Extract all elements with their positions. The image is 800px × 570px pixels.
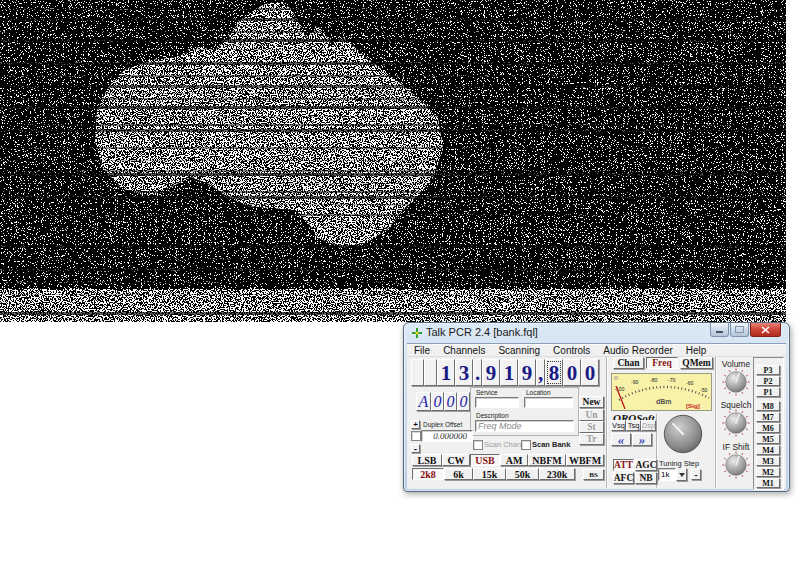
filter-6k-button[interactable]: 6k [444, 468, 473, 480]
memory-cell[interactable]: 0 [431, 392, 444, 411]
bs-button[interactable]: BS [583, 469, 604, 480]
scan-chan-label: Scan Chan [484, 440, 521, 449]
menu-help[interactable]: Help [686, 345, 707, 356]
freq-separator-cell: , [536, 359, 545, 386]
att-button[interactable]: ATT [613, 459, 634, 471]
service-label: Service [476, 389, 498, 396]
new-button[interactable]: New [579, 396, 604, 408]
p3-button[interactable]: P3 [756, 365, 780, 375]
location-label: Location [526, 389, 551, 396]
menu-controls[interactable]: Controls [553, 345, 590, 356]
meter-unit-label: dBm [656, 398, 672, 405]
m3-button[interactable]: M3 [756, 456, 780, 466]
freq-digit-cell[interactable] [424, 359, 437, 386]
separator [715, 357, 716, 488]
freq-digit-cell[interactable]: 9 [482, 359, 500, 386]
memory-channel-display: A 0 0 0 [416, 392, 470, 411]
tab-qmem[interactable]: QMem [680, 357, 713, 369]
frequency-display: 1 3 . 9 1 9 , 8 0 0 [411, 359, 599, 386]
menu-audio-recorder[interactable]: Audio Recorder [603, 345, 672, 356]
tuning-step-value[interactable]: 1k [658, 468, 676, 481]
meter-scale-label: -90 [631, 379, 639, 385]
scan-bank-label: Scan Bank [532, 440, 570, 449]
minimize-button[interactable] [710, 323, 729, 337]
filter-2k8-button[interactable]: 2k8 [412, 468, 444, 480]
mode-cw-button[interactable]: CW [442, 454, 470, 466]
memory-cell[interactable]: 0 [444, 392, 457, 411]
mode-wbfm-button[interactable]: WBFM [566, 454, 604, 466]
st-button[interactable]: St [579, 421, 604, 433]
mode-usb-button[interactable]: USB [470, 454, 500, 466]
m7-button[interactable]: M7 [756, 412, 780, 422]
tsq-button[interactable]: Tsq [626, 420, 641, 431]
p1-button[interactable]: P1 [756, 387, 780, 397]
meter-scale-label: -100 [614, 386, 624, 392]
meter-scale-label: -70 [668, 377, 676, 383]
tab-chan[interactable]: Chan [613, 357, 644, 369]
maximize-button[interactable] [730, 323, 749, 337]
agc-button[interactable]: AGC [635, 459, 657, 471]
squelch-button-row: Vsq Tsq Dsp [611, 420, 656, 431]
maximize-icon [735, 326, 744, 333]
title-bar[interactable]: Talk PCR 2.4 [bank.fql] [404, 323, 789, 343]
static-noise-image [0, 0, 786, 322]
tab-freq[interactable]: Freq [646, 357, 678, 369]
tuning-knob[interactable] [662, 413, 704, 455]
location-input[interactable] [524, 397, 573, 408]
m4-button[interactable]: M4 [756, 445, 780, 455]
signal-meter: IR -100 -90 -80 -70 -60 -50 dBm [Sig] [611, 373, 712, 411]
volume-knob[interactable] [722, 368, 750, 396]
m5-button[interactable]: M5 [756, 434, 780, 444]
freq-digit-cell[interactable]: 1 [437, 359, 455, 386]
m8-button[interactable]: M8 [756, 401, 780, 411]
menu-scanning[interactable]: Scanning [498, 345, 540, 356]
desktop: Talk PCR 2.4 [bank.fql] File Channels Sc… [0, 0, 800, 570]
step-down-button[interactable]: « [611, 433, 631, 446]
nb-button[interactable]: NB [635, 472, 657, 484]
tuning-step-minus-button[interactable]: - [691, 469, 701, 480]
filter-15k-button[interactable]: 15k [473, 468, 506, 480]
m1-button[interactable]: M1 [756, 478, 780, 488]
description-input[interactable]: Freq Mode [475, 420, 574, 432]
if-shift-knob[interactable] [722, 451, 750, 479]
step-up-button[interactable]: » [632, 433, 652, 446]
squelch-knob[interactable] [722, 409, 750, 437]
mode-lsb-button[interactable]: LSB [412, 454, 442, 466]
menu-channels[interactable]: Channels [443, 345, 485, 356]
duplex-plus-button[interactable]: + [411, 420, 420, 429]
duplex-offset-value[interactable]: 0.000000 [421, 430, 473, 442]
duplex-checkbox[interactable] [411, 431, 421, 441]
m2-button[interactable]: M2 [756, 467, 780, 477]
dsp-button[interactable]: Dsp [641, 420, 656, 431]
minimize-icon [716, 331, 723, 333]
scan-bank-checkbox[interactable] [521, 440, 531, 450]
vsq-button[interactable]: Vsq [611, 420, 626, 431]
mode-nbfm-button[interactable]: NBFM [528, 454, 566, 466]
freq-digit-cell[interactable]: 8 [545, 359, 563, 386]
scan-chan-checkbox[interactable] [473, 440, 483, 450]
close-button[interactable] [750, 323, 781, 337]
menu-bar: File Channels Scanning Controls Audio Re… [407, 344, 786, 357]
service-input[interactable] [475, 397, 519, 408]
memory-cell[interactable]: 0 [457, 392, 470, 411]
freq-digit-cell[interactable]: 3 [455, 359, 473, 386]
memory-cell[interactable]: A [416, 392, 431, 411]
tr-button[interactable]: Tr [579, 433, 604, 445]
freq-digit-cell[interactable]: 9 [518, 359, 536, 386]
p2-button[interactable]: P2 [756, 376, 780, 386]
freq-digit-cell[interactable]: 1 [500, 359, 518, 386]
freq-digit-cell[interactable] [411, 359, 424, 386]
filter-230k-button[interactable]: 230k [539, 468, 575, 480]
filter-50k-button[interactable]: 50k [506, 468, 539, 480]
mode-row: LSB CW USB AM NBFM WBFM [412, 454, 604, 466]
afc-button[interactable]: AFC [613, 472, 634, 484]
menu-file[interactable]: File [414, 345, 430, 356]
meter-sig-label: [Sig] [686, 402, 700, 409]
freq-digit-cell[interactable]: 0 [581, 359, 599, 386]
freq-digit-cell[interactable]: 0 [563, 359, 581, 386]
mode-am-button[interactable]: AM [500, 454, 528, 466]
tuning-step-dropdown-button[interactable] [676, 468, 687, 481]
m6-button[interactable]: M6 [756, 423, 780, 433]
un-button[interactable]: Un [579, 409, 604, 421]
duplex-minus-button[interactable]: - [411, 444, 420, 453]
